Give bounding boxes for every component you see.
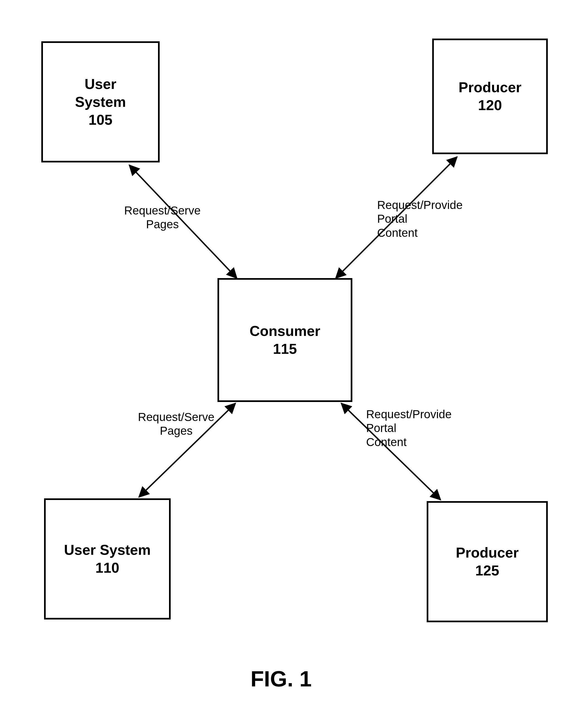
figure-caption: FIG. 1 — [251, 666, 312, 692]
node-user-system-110: User System 110 — [44, 498, 171, 620]
node-producer-125: Producer 125 — [427, 501, 548, 622]
node-label: User System — [64, 541, 151, 559]
node-user-system-105: User System 105 — [41, 41, 160, 163]
node-number: 110 — [95, 559, 119, 577]
node-label: Producer — [456, 544, 519, 562]
node-number: 105 — [89, 111, 112, 129]
edge-label-bottom-right: Request/Provide Portal Content — [366, 408, 482, 449]
node-label: Consumer — [249, 322, 320, 340]
node-producer-120: Producer 120 — [432, 38, 548, 154]
edge-label-top-left: Request/Serve Pages — [110, 204, 215, 232]
node-label: User System — [75, 75, 126, 111]
diagram-canvas: User System 105 Producer 120 Consumer 11… — [0, 0, 588, 701]
node-label: Producer — [459, 78, 521, 96]
edge-label-bottom-left: Request/Serve Pages — [124, 410, 229, 438]
edge-label-top-right: Request/Provide Portal Content — [377, 198, 493, 240]
node-number: 115 — [273, 340, 297, 358]
node-number: 125 — [476, 562, 499, 579]
node-consumer-115: Consumer 115 — [218, 278, 352, 402]
node-number: 120 — [478, 96, 502, 114]
